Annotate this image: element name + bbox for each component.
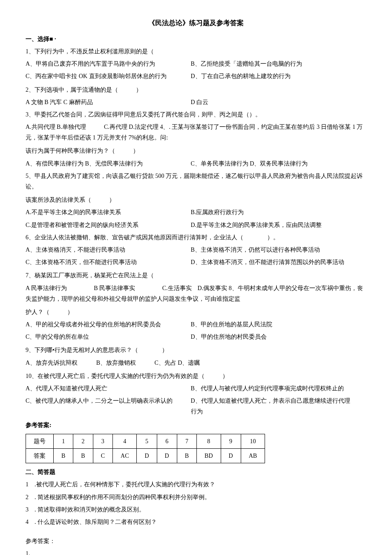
table-cell: 2 [73, 434, 93, 448]
answers-label: 参考答案: [26, 420, 366, 430]
table-cell: AC [113, 448, 137, 463]
table-cell: 4 [113, 434, 137, 448]
q10-option-a: A、代理人不知道被代理人死亡 [26, 383, 189, 394]
q2-option-d: D 白云 [191, 97, 355, 108]
answers-table: 题号 1 2 3 4 5 6 7 8 9 10 答案 B B C AC D D … [26, 434, 265, 463]
q5-stem: 5、甲县人民政府为了建宾馆，向该县乙银行贷款 500 万元，届期未能偿还，遂乙银… [26, 171, 366, 192]
answers2-label: 参考答案： [26, 536, 366, 546]
sa-q1: 1 .被代理人死亡后，在何种情形下，委托代理人实施的代理行为有效？ [26, 479, 366, 490]
q7-option-a: A 民事法律行为 [26, 283, 67, 293]
section-1-heading: 一、选择■ · [26, 34, 366, 44]
answer-1-num: 1. [26, 548, 366, 555]
q1-stem: 1、下列行为中，不违反禁止权利滥用原则的是（ [26, 46, 366, 57]
q9-option-a: A、放弃先诉抗辩权 [26, 357, 78, 368]
table-row: 答案 B B C AC D D B BD D AB [26, 448, 265, 463]
q6-stem: 6、企业法人依法被撤销、解散、宣告破产或因其他原因而进行清算时，企业法人（ ）。 [26, 232, 366, 243]
q8-option-d: D、甲的住所地的村民委员会 [191, 331, 355, 342]
q5-option-c: C.是管理者和被管理者之间的纵向经济关系 [26, 220, 189, 230]
q6-option-b: B、主体资格不消灭，仍然可以进行各种民事活动 [191, 244, 355, 255]
table-cell: 10 [241, 434, 265, 448]
table-cell: 7 [177, 434, 196, 448]
q8-stem: 护人？（ ） [26, 307, 366, 317]
q7-stem: 7、杨某因工厂事故而死，杨某死亡在民法上是（ [26, 270, 366, 281]
table-cell: 9 [221, 434, 241, 448]
q9-stem: 9、下列哪•行为是无相对人的意思表示？（ ） [26, 345, 366, 355]
q4-stem: 该行为属于何种民事法律行为？（ ） [26, 145, 366, 156]
q1-option-b: B、乙拒绝接受「遗赠给其一台电脑的行为 [191, 58, 355, 69]
q3-q4-line: A.共同代理 B.单独代理 C.再代理 D.法定代理 4、. 王某与张某签订了一… [26, 122, 366, 143]
q9-option-cd: C、先占 D、遗嘱 [154, 357, 200, 368]
q2-option-abc: A 文物 B 汽车 C 麻醉药品 [26, 97, 189, 108]
q1-option-c: C、丙在家中唱卡拉 OK 直到凌晨影响邻居休息的行为 [26, 71, 189, 81]
q5-option-d: D.是平等主体之间的民事法律关系，应由民法调整 [191, 220, 355, 230]
q6-option-a: A、主体资格消灭，不能进行民事活动 [26, 244, 189, 255]
sa-q4: 4 . 什么是诉讼时效、除斥期间？二者有何区别？ [26, 517, 366, 527]
q4-option-ab: A、有偿民事法律行为 B、无偿民事法律行为 [26, 158, 189, 169]
page-title: 《民法总论》练习题及参考答案 [26, 17, 366, 29]
table-cell: C [93, 448, 112, 463]
table-cell: AB [241, 448, 265, 463]
table-cell: 3 [93, 434, 112, 448]
table-cell: B [54, 448, 73, 463]
sa-q2: 2 . 简述根据民事权利的作用不同而划分的四种民事权利并分别举例。 [26, 492, 366, 503]
q9-option-b: B、放弃撤销权 [96, 357, 136, 368]
q10-option-d: D、代理人知道被代理人死亡，并表示自己愿意继续进行代理行为 [191, 395, 355, 417]
table-cell: D [221, 448, 241, 463]
table-cell: 8 [197, 434, 221, 448]
table-cell: D [157, 448, 177, 463]
q10-option-c: C、被代理人的继承人中，二分之一以上明确表示承认的 [26, 395, 189, 406]
q4-option-cd: C、单务民事法律行为 D、双务民事法律行为 [191, 158, 355, 169]
table-row: 题号 1 2 3 4 5 6 7 8 9 10 [26, 434, 265, 448]
table-cell: B [177, 448, 196, 463]
table-cell: D [137, 448, 157, 463]
q8-option-c: C、甲的父母的所在单位 [26, 331, 189, 342]
q5-option-a: A.不是平等主体之间的民事法律关系 [26, 207, 189, 218]
table-cell: 5 [137, 434, 157, 448]
q1-option-a: A、甲将自己废弃不用的汽车置于马路中央的行为 [26, 58, 189, 69]
q5-option-b: B.应属政府行政行为 [191, 207, 355, 218]
q1-option-d: D、丁在自己承包的耕地上建坟的行为 [191, 71, 355, 81]
q5-stem2: 该案所涉及的法律关系（ ） [26, 195, 366, 205]
q8-option-b: B、甲的住所地的基层人民法院 [191, 319, 355, 330]
table-cell: BD [197, 448, 221, 463]
section-2-heading: 二、简答题 [26, 467, 366, 477]
q10-option-b: B、代理人与被代理人约定到代理事项完成时代理权终止的 [191, 383, 355, 394]
q7-option-cd-q8: C.生活事实 D.偶发事实 8、牛明村未成年人甲的父母在一次车祸中重伤，丧失监护… [26, 285, 363, 302]
q2-stem: 2、下列选项中，属于流通物的是（ ） [26, 84, 366, 95]
table-cell: B [73, 448, 93, 463]
table-cell: 题号 [26, 434, 54, 448]
table-cell: 答案 [26, 448, 54, 463]
sa-q3: 3 . 简述取得时效和消灭时效的概念及区别。 [26, 504, 366, 515]
q6-option-d: D、主体资格不消灭，但不能进行清算范围以外的民事活动 [191, 257, 355, 267]
q3-stem: 3、甲委托乙代签合同，乙因病征得甲同意后又委托了两代签合同，则甲、丙之间是（）。 [26, 109, 366, 120]
table-cell: 6 [157, 434, 177, 448]
q8-option-a: A、甲的祖父母或者外祖父母的住所地的村民委员会 [26, 319, 189, 330]
q10-stem: 10、在被代理人死亡后，委托代理人实施的代理行为仍为有效的是（ ） [26, 371, 366, 381]
q6-option-c: C、主体资格不消灭，但不能进行民事活动 [26, 257, 189, 267]
table-cell: 1 [54, 434, 73, 448]
q7-option-b: B 民事法律事实 [94, 283, 135, 293]
